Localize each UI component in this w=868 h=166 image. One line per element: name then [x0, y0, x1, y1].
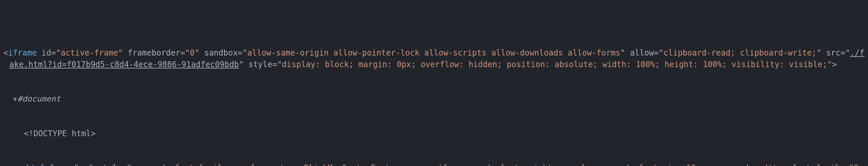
attr-frameborder-val: 0	[190, 48, 195, 58]
attr-style-name: style	[248, 60, 272, 69]
tag-name-html: html	[26, 163, 45, 166]
attr-sandbox-val: allow-same-origin allow-pointer-lock all…	[247, 48, 620, 58]
dom-node-iframe[interactable]: ▼<iframe id="active-frame" frameborder="…	[0, 47, 868, 70]
tag-name-iframe: iframe	[8, 48, 37, 58]
attr-lang-name: lang	[50, 163, 69, 166]
dom-node-document[interactable]: ▼#document	[0, 93, 868, 105]
open-bracket: <	[3, 48, 8, 58]
shadow-document-label: #document	[18, 94, 61, 103]
attr-style-name: style	[98, 163, 122, 166]
expand-arrow-icon[interactable]: ▼	[17, 164, 21, 166]
attr-allow-name: allow	[630, 48, 654, 58]
attr-allow-val: clipboard-read; clipboard-write;	[663, 48, 816, 58]
attr-sandbox-name: sandbox	[204, 48, 238, 58]
attr-lang-val: en	[79, 163, 88, 166]
attr-style-val: display: block; margin: 0px; overflow: h…	[282, 60, 827, 69]
attr-id-name: id	[42, 48, 51, 58]
attr-style-val-html: --vscode-font-family:-apple-system, Blin…	[24, 163, 866, 166]
expand-arrow-icon[interactable]: ▼	[13, 95, 17, 103]
attr-src-name: src	[826, 48, 840, 58]
dom-node-doctype[interactable]: <!DOCTYPE html>	[0, 128, 868, 139]
attr-id-val: active-frame	[61, 48, 118, 58]
attr-frameborder-name: frameborder	[128, 48, 180, 58]
dom-node-html[interactable]: ▼<html lang="en" style="--vscode-font-fa…	[0, 162, 868, 166]
open-bracket: <	[22, 163, 26, 166]
doctype-text: <!DOCTYPE html>	[24, 129, 96, 138]
